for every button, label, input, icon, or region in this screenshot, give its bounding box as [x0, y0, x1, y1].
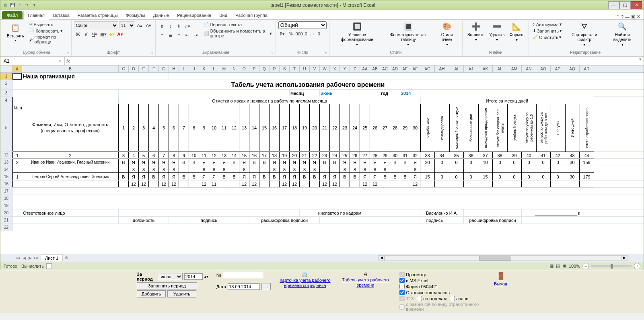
cell[interactable]: 5: [139, 152, 149, 158]
cell[interactable]: 27: [360, 152, 370, 158]
help-icon[interactable]: ?: [621, 14, 623, 19]
cell[interactable]: 0: [464, 173, 478, 180]
format-cells-button[interactable]: 📐Формат▾: [507, 21, 526, 43]
cell[interactable]: 8: [169, 152, 179, 158]
formula-expand-icon[interactable]: ▾: [637, 57, 644, 65]
col-header[interactable]: Y: [340, 66, 350, 72]
cell[interactable]: [119, 90, 290, 96]
cell[interactable]: 8: [410, 166, 420, 173]
cell[interactable]: Я: [149, 159, 159, 166]
cell[interactable]: отпуск по уходу за ребенком до 3 лет: [536, 104, 551, 152]
tab-nav-first-icon[interactable]: ⏮: [16, 256, 21, 260]
cell[interactable]: В: [259, 159, 270, 166]
cell[interactable]: В: [149, 173, 159, 180]
orientation-button[interactable]: ⤢▾: [183, 22, 191, 30]
cell[interactable]: 10: [209, 104, 219, 151]
cell[interactable]: Я: [139, 159, 149, 166]
cell[interactable]: 1: [12, 173, 22, 180]
col-header[interactable]: AA: [360, 66, 370, 72]
cell[interactable]: Я: [380, 159, 390, 166]
cell[interactable]: 8: [370, 166, 380, 173]
cell[interactable]: 0: [507, 173, 522, 180]
avans-checkbox[interactable]: [450, 296, 455, 301]
font-color-button[interactable]: A▾: [116, 30, 124, 38]
doc-minimize-icon[interactable]: —: [625, 14, 630, 19]
cell[interactable]: 35: [449, 152, 464, 158]
cell[interactable]: 8: [199, 166, 209, 173]
sheet-tab[interactable]: Лист 1: [41, 254, 63, 261]
cell[interactable]: 12: [360, 181, 370, 187]
conditional-format-button[interactable]: 🔲Условное форматирование▾: [332, 21, 383, 48]
inc-decimal-button[interactable]: .0→: [304, 30, 312, 38]
cell[interactable]: 12: [249, 181, 259, 187]
col-header[interactable]: T: [290, 66, 300, 72]
cell[interactable]: [464, 166, 478, 173]
fx-icon[interactable]: fx: [66, 59, 70, 64]
cell[interactable]: В: [400, 173, 410, 180]
cell[interactable]: 20: [310, 104, 320, 151]
cell[interactable]: Отметки о явках и неявках на работу по ч…: [119, 97, 420, 104]
font-size-select[interactable]: 11: [119, 21, 135, 29]
cell[interactable]: 25: [340, 152, 350, 158]
cell[interactable]: год: [380, 90, 400, 96]
cell[interactable]: [400, 166, 410, 173]
cell[interactable]: Я: [159, 173, 169, 180]
cell[interactable]: 0: [536, 159, 551, 166]
col-header[interactable]: AC: [380, 66, 390, 72]
cell[interactable]: Я: [239, 159, 249, 166]
cell[interactable]: В: [340, 173, 350, 180]
cell[interactable]: 2: [12, 159, 22, 166]
cell[interactable]: 42: [551, 152, 565, 158]
doc-close-icon[interactable]: ✕: [637, 14, 640, 19]
cell[interactable]: 8: [300, 166, 310, 173]
cell[interactable]: Я: [410, 173, 420, 180]
col-header[interactable]: AJ: [464, 66, 478, 72]
bydept-checkbox[interactable]: [417, 296, 422, 301]
cell[interactable]: В: [300, 173, 310, 180]
cell[interactable]: 41: [536, 152, 551, 158]
col-header[interactable]: AD: [390, 66, 400, 72]
cell[interactable]: учебный отпуск: [507, 104, 522, 152]
cell[interactable]: 28: [370, 152, 380, 158]
cell[interactable]: 11: [209, 181, 219, 187]
currency-button[interactable]: ₽▾: [278, 30, 286, 38]
col-header[interactable]: AG: [420, 66, 435, 72]
cell[interactable]: [12, 166, 22, 173]
col-header[interactable]: C: [119, 66, 129, 72]
col-header[interactable]: F: [149, 66, 159, 72]
cell[interactable]: [507, 166, 522, 173]
excel-checkbox[interactable]: [399, 278, 405, 283]
cell[interactable]: 4: [149, 104, 159, 151]
cell[interactable]: 3: [119, 152, 129, 158]
cell[interactable]: 22: [310, 152, 320, 158]
cell[interactable]: 29: [380, 152, 390, 158]
col-header[interactable]: AO: [536, 66, 551, 72]
delete-cells-button[interactable]: ➖Удалить▾: [487, 21, 507, 43]
underline-button[interactable]: Ч▾: [91, 30, 99, 38]
cell[interactable]: [219, 181, 229, 187]
cell[interactable]: 159: [580, 159, 594, 166]
align-right-button[interactable]: ≡: [175, 31, 183, 39]
formula-input[interactable]: [72, 57, 637, 65]
cell[interactable]: Я: [129, 173, 139, 180]
cell[interactable]: инспектор по кадрам: [300, 209, 380, 216]
cell[interactable]: [249, 166, 259, 173]
cell[interactable]: [22, 166, 119, 173]
cell[interactable]: В: [249, 159, 259, 166]
format-table-button[interactable]: 🔳Форматировать как таблицу▾: [383, 21, 434, 48]
paste-button[interactable]: 📋Вставить▾: [4, 21, 26, 45]
insert-cells-button[interactable]: ➕Вставить▾: [465, 21, 487, 43]
cell[interactable]: [189, 166, 199, 173]
cell[interactable]: 8: [310, 166, 320, 173]
col-header[interactable]: P: [249, 66, 259, 72]
name-box[interactable]: A1: [4, 58, 10, 64]
col-header[interactable]: A: [12, 66, 22, 72]
cell[interactable]: [229, 217, 249, 224]
col-header[interactable]: Q: [259, 66, 270, 72]
cell[interactable]: Я: [410, 159, 420, 166]
cell[interactable]: 0: [493, 159, 507, 166]
cell[interactable]: В: [119, 159, 129, 166]
delete-button[interactable]: Удалить: [167, 290, 196, 297]
cell[interactable]: 0: [551, 173, 565, 180]
exit-link[interactable]: Выход: [494, 281, 507, 287]
